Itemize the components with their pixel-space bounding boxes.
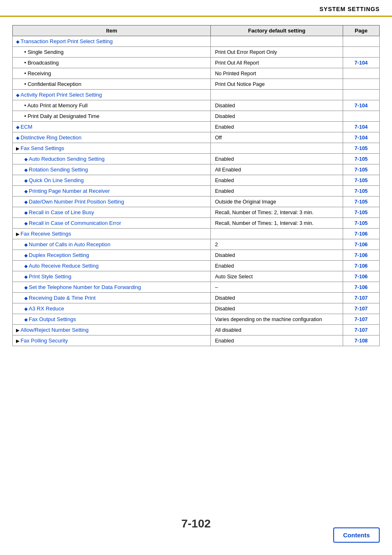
page-cell[interactable] (343, 47, 379, 58)
page-cell[interactable]: 7-107 (343, 325, 379, 335)
item-cell: ▶ Fax Send Settings (13, 143, 211, 154)
item-diamond: ◆ Set the Telephone Number for Data Forw… (24, 284, 141, 290)
page-cell[interactable]: 7-104 (343, 132, 379, 143)
item-cell: ◆ Date/Own Number Print Position Setting (13, 197, 211, 207)
page-cell[interactable] (343, 68, 379, 79)
item-diamond: ◆ Rotation Sending Setting (24, 166, 88, 173)
factory-cell (211, 36, 343, 47)
item-diamond: ◆ Recall in Case of Communication Error (24, 220, 121, 226)
page-header: SYSTEM SETTINGS (0, 0, 392, 17)
item-cell: ◆ Fax Output Settings (13, 314, 211, 325)
page-cell[interactable]: 7-104 (343, 58, 379, 68)
item-bullet: • Auto Print at Memory Full (24, 102, 88, 109)
item-diamond: ◆ Auto Reduction Sending Setting (24, 156, 104, 162)
page-cell[interactable] (343, 36, 379, 47)
item-triangle: ▶ Fax Polling Security (16, 338, 68, 344)
item-section-link: ◆ Transaction Report Print Select Settin… (16, 38, 113, 44)
item-cell: • Confidential Reception (13, 79, 211, 90)
table-row: • Print Daily at Designated TimeDisabled (13, 111, 380, 122)
page-cell[interactable]: 7-106 (343, 229, 379, 239)
page-cell[interactable]: 7-105 (343, 218, 379, 229)
factory-cell: Disabled (211, 303, 343, 314)
table-row: ◆ Distinctive Ring DetectionOff7-104 (13, 132, 380, 143)
item-cell: ◆ Print Style Setting (13, 271, 211, 282)
main-content: Item Factory default setting Page ◆ Tran… (0, 17, 392, 354)
page-cell[interactable] (343, 90, 379, 100)
table-row: ▶ Allow/Reject Number SettingAll disable… (13, 325, 380, 335)
item-cell: ▶ Fax Polling Security (13, 335, 211, 346)
table-row: ◆ Duplex Reception SettingDisabled7-106 (13, 250, 380, 261)
item-triangle: ▶ Fax Send Settings (16, 145, 64, 151)
factory-cell: Disabled (211, 100, 343, 111)
page-cell[interactable] (343, 111, 379, 122)
item-cell: ◆ Auto Receive Reduce Setting (13, 261, 211, 271)
factory-cell: Print Out Notice Page (211, 79, 343, 90)
factory-cell: Auto Size Select (211, 271, 343, 282)
table-row: • Single SendingPrint Out Error Report O… (13, 47, 380, 58)
factory-cell (211, 229, 343, 239)
table-row: ◆ Fax Output SettingsVaries depending on… (13, 314, 380, 325)
page-cell[interactable]: 7-105 (343, 186, 379, 197)
item-cell: • Broadcasting (13, 58, 211, 68)
table-row: • ReceivingNo Printed Report (13, 68, 380, 79)
page-cell[interactable]: 7-105 (343, 164, 379, 175)
col-header-factory: Factory default setting (211, 25, 343, 36)
table-row: ◆ Recall in Case of Line BusyRecall, Num… (13, 207, 380, 218)
factory-cell (211, 143, 343, 154)
table-row: ▶ Fax Polling SecurityEnabled7-108 (13, 335, 380, 346)
table-row: • BroadcastingPrint Out All Report7-104 (13, 58, 380, 68)
table-row: ◆ Printing Page Number at ReceiverEnable… (13, 186, 380, 197)
factory-cell: Disabled (211, 250, 343, 261)
factory-cell: 2 (211, 239, 343, 250)
item-bullet: • Broadcasting (24, 60, 59, 66)
table-row: ◆ Set the Telephone Number for Data Forw… (13, 282, 380, 293)
page-cell[interactable]: 7-105 (343, 207, 379, 218)
settings-table: Item Factory default setting Page ◆ Tran… (12, 25, 380, 346)
item-bullet: • Single Sending (24, 49, 64, 55)
table-row: ◆ A3 RX ReduceDisabled7-107 (13, 303, 380, 314)
factory-cell: All Enabled (211, 164, 343, 175)
page-cell[interactable]: 7-105 (343, 175, 379, 186)
item-cell: ▶ Fax Receive Settings (13, 229, 211, 239)
page-cell[interactable]: 7-105 (343, 197, 379, 207)
item-bullet: • Print Daily at Designated Time (24, 113, 99, 119)
table-row: ◆ Rotation Sending SettingAll Enabled7-1… (13, 164, 380, 175)
factory-cell: Enabled (211, 122, 343, 132)
page-cell[interactable]: 7-104 (343, 100, 379, 111)
table-row: ◆ Date/Own Number Print Position Setting… (13, 197, 380, 207)
table-row: ◆ Print Style SettingAuto Size Select7-1… (13, 271, 380, 282)
item-diamond: ◆ Date/Own Number Print Position Setting (24, 199, 124, 205)
item-cell: • Print Daily at Designated Time (13, 111, 211, 122)
page-cell[interactable]: 7-108 (343, 335, 379, 346)
item-cell: ◆ Receiving Date & Time Print (13, 293, 211, 303)
item-cell: ◆ Recall in Case of Communication Error (13, 218, 211, 229)
table-row: ◆ Receiving Date & Time PrintDisabled7-1… (13, 293, 380, 303)
page-cell[interactable]: 7-106 (343, 282, 379, 293)
page-cell[interactable]: 7-106 (343, 250, 379, 261)
factory-cell: No Printed Report (211, 68, 343, 79)
item-diamond: ◆ ECM (16, 124, 32, 130)
item-cell: • Receiving (13, 68, 211, 79)
page-cell[interactable]: 7-105 (343, 154, 379, 164)
page-cell[interactable]: 7-107 (343, 314, 379, 325)
page-cell[interactable]: 7-106 (343, 261, 379, 271)
item-cell: ◆ Set the Telephone Number for Data Forw… (13, 282, 211, 293)
item-diamond: ◆ Receiving Date & Time Print (24, 295, 96, 301)
item-cell: ◆ Printing Page Number at Receiver (13, 186, 211, 197)
item-diamond: ◆ Print Style Setting (24, 273, 71, 280)
page-cell[interactable]: 7-105 (343, 143, 379, 154)
page-cell[interactable] (343, 79, 379, 90)
factory-cell: Enabled (211, 186, 343, 197)
item-cell: • Auto Print at Memory Full (13, 100, 211, 111)
page-cell[interactable]: 7-104 (343, 122, 379, 132)
page-cell[interactable]: 7-107 (343, 303, 379, 314)
page-cell[interactable]: 7-107 (343, 293, 379, 303)
page-cell[interactable]: 7-106 (343, 239, 379, 250)
table-row: ◆ Number of Calls in Auto Reception27-10… (13, 239, 380, 250)
item-cell: ◆ Auto Reduction Sending Setting (13, 154, 211, 164)
table-row: • Auto Print at Memory FullDisabled7-104 (13, 100, 380, 111)
contents-button[interactable]: Contents (333, 527, 380, 543)
col-header-item: Item (13, 25, 211, 36)
factory-cell: Enabled (211, 261, 343, 271)
page-cell[interactable]: 7-106 (343, 271, 379, 282)
